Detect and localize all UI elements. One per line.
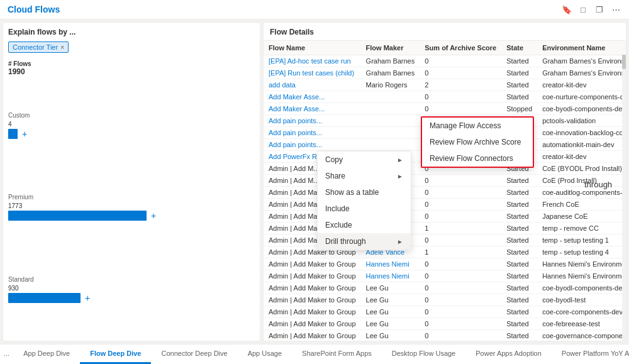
filter-tag[interactable]: Connector Tier ×	[8, 41, 69, 53]
menu-show-table-label: Show as a table	[325, 188, 379, 197]
menu-include[interactable]: Include	[318, 201, 411, 217]
menu-copy[interactable]: Copy ►	[318, 152, 411, 168]
app-title: Cloud Flows	[8, 4, 60, 14]
filter-tag-label: Connector Tier	[13, 43, 58, 51]
bar-standard-add[interactable]: +	[83, 294, 92, 302]
bars-container: # Flows 1990 Custom 4 +	[8, 60, 255, 336]
tab-[interactable]: ...	[0, 345, 13, 364]
submenu-review-archive[interactable]: Review Flow Archive Score	[422, 134, 533, 150]
tab-app-usage[interactable]: App Usage	[238, 345, 292, 364]
menu-copy-label: Copy	[325, 155, 343, 164]
tab-power-apps-adoption[interactable]: Power Apps Adoption	[465, 345, 552, 364]
bar-standard-value: 930	[8, 285, 255, 292]
bar-premium-label: Premium	[8, 194, 255, 201]
tab-sharepoint-form-apps[interactable]: SharePoint Form Apps	[292, 345, 382, 364]
flows-value: 1990	[8, 67, 25, 76]
tab-flow-deep-dive[interactable]: Flow Deep Dive	[80, 345, 151, 364]
bar-custom-add[interactable]: +	[20, 130, 29, 138]
menu-show-table[interactable]: Show as a table	[318, 184, 411, 201]
bar-standard: Standard 930 +	[8, 276, 255, 303]
left-panel: Explain flows by ... Connector Tier × # …	[3, 22, 260, 341]
tabs-container: ...App Deep DiveFlow Deep DiveConnector …	[0, 345, 629, 364]
filter-close-icon[interactable]: ×	[60, 44, 64, 51]
menu-drill-through[interactable]: Drill through ►	[318, 233, 411, 250]
bar-standard-label: Standard	[8, 276, 255, 283]
menu-include-label: Include	[325, 204, 350, 213]
window-icon[interactable]: □	[577, 4, 589, 15]
drill-through-submenu[interactable]: Manage Flow Access Review Flow Archive S…	[421, 116, 534, 168]
share-arrow-icon: ►	[397, 173, 403, 180]
menu-share[interactable]: Share ►	[318, 168, 411, 184]
bar-premium: Premium 1773 +	[8, 194, 255, 221]
header: Cloud Flows 🔖 □ ❐ ⋯	[0, 0, 629, 19]
bar-premium-value: 1773	[8, 202, 255, 209]
bar-premium-bar	[8, 211, 147, 221]
bar-standard-bar	[8, 293, 81, 303]
left-panel-title: Explain flows by ...	[8, 28, 255, 36]
flows-label: # Flows	[8, 60, 31, 67]
tab-power-platform-yoy-adop[interactable]: Power Platform YoY Adop...	[552, 345, 629, 364]
menu-drill-through-label: Drill through	[325, 237, 366, 246]
bar-premium-row: +	[8, 211, 255, 221]
header-icons: 🔖 □ ❐ ⋯	[561, 4, 621, 15]
submenu-manage-flow[interactable]: Manage Flow Access	[422, 118, 533, 134]
right-panel: Flow Details Flow Name Flow Maker Sum of…	[263, 22, 626, 341]
bar-custom-label: Custom	[8, 112, 255, 119]
submenu-review-connectors[interactable]: Review Flow Connectors	[422, 150, 533, 167]
drill-through-text: through	[584, 180, 612, 189]
bookmark-icon[interactable]: 🔖	[561, 4, 572, 15]
tab-bar: ...App Deep DiveFlow Deep DiveConnector …	[0, 344, 629, 364]
table-container[interactable]: Flow Name Flow Maker Sum of Archive Scor…	[264, 41, 626, 341]
menu-share-label: Share	[325, 172, 345, 180]
manage-flow-label: Manage Flow Access	[430, 121, 501, 130]
bar-custom-row: +	[8, 129, 255, 139]
bar-custom-value: 4	[8, 121, 255, 128]
bar-standard-row: +	[8, 293, 255, 303]
main-content: Explain flows by ... Connector Tier × # …	[0, 19, 629, 344]
filter-row: Connector Tier ×	[8, 41, 255, 53]
review-archive-label: Review Flow Archive Score	[430, 138, 521, 146]
expand-icon[interactable]: ❐	[594, 4, 605, 15]
menu-exclude-label: Exclude	[325, 221, 352, 229]
bar-premium-add[interactable]: +	[149, 211, 158, 220]
copy-arrow-icon: ►	[397, 157, 403, 163]
menu-exclude[interactable]: Exclude	[318, 217, 411, 233]
chart-area: # Flows 1990 Custom 4 +	[8, 60, 255, 336]
drill-arrow-icon: ►	[397, 238, 403, 245]
right-panel-title: Flow Details	[264, 23, 626, 41]
tab-desktop-flow-usage[interactable]: Desktop Flow Usage	[382, 345, 466, 364]
context-menu-overlay: Copy ► Share ► Show as a table Include E	[264, 41, 626, 341]
bar-custom-bar	[8, 129, 18, 139]
review-connectors-label: Review Flow Connectors	[430, 154, 513, 163]
bar-custom: Custom 4 +	[8, 112, 255, 139]
context-menu[interactable]: Copy ► Share ► Show as a table Include E	[317, 151, 411, 250]
more-icon[interactable]: ⋯	[610, 4, 621, 15]
tab-connector-deep-dive[interactable]: Connector Deep Dive	[151, 345, 237, 364]
tab-app-deep-dive[interactable]: App Deep Dive	[13, 345, 80, 364]
